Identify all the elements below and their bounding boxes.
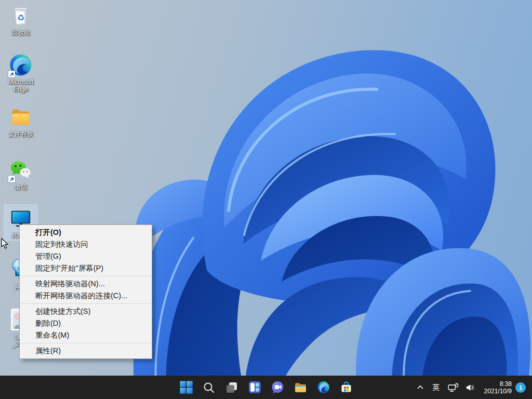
- mouse-cursor: [1, 238, 11, 249]
- taskbar-center-icons: [176, 376, 356, 399]
- chat-icon: [271, 381, 284, 394]
- menu-separator: [20, 303, 151, 304]
- menu-separator: [20, 343, 151, 343]
- windows-start-icon: [180, 381, 193, 394]
- system-tray: 英 8:38 2021/10: [415, 376, 526, 399]
- menu-item-rename[interactable]: 重命名(M): [20, 329, 152, 341]
- desktop-icon-edge[interactable]: Microsoft Edge: [4, 51, 37, 95]
- svg-text:♻: ♻: [17, 13, 25, 23]
- task-view-icon: [225, 381, 238, 394]
- shortcut-arrow-icon: [8, 71, 15, 77]
- menu-item-manage[interactable]: 管理(G): [20, 250, 152, 262]
- network-tray-button[interactable]: [446, 378, 460, 397]
- hidden-icons-button[interactable]: [415, 378, 425, 397]
- search-button[interactable]: [198, 377, 219, 398]
- file-explorer-button[interactable]: [290, 377, 311, 398]
- clock-date: 2021/10/9: [481, 388, 512, 395]
- desktop-icon-wechat[interactable]: 微信: [4, 156, 37, 192]
- chat-button[interactable]: [267, 377, 288, 398]
- desktop-icon-recycle-bin[interactable]: ♻ 回收站: [4, 2, 37, 38]
- volume-tray-button[interactable]: [464, 378, 477, 397]
- clock-time: 8:38: [481, 380, 512, 388]
- folder-icon: [8, 104, 33, 129]
- edge-button[interactable]: [313, 377, 334, 398]
- menu-item-map-network-drive[interactable]: 映射网络驱动器(N)...: [20, 278, 152, 290]
- shortcut-arrow-icon: [8, 176, 15, 182]
- ethernet-network-icon: [448, 383, 459, 392]
- menu-item-pin-quick-access[interactable]: 固定到快速访问: [20, 238, 152, 250]
- menu-separator: [20, 276, 151, 276]
- edge-icon: [8, 52, 33, 77]
- notification-badge[interactable]: 1: [515, 382, 526, 393]
- recycle-bin-icon: ♻: [8, 3, 33, 28]
- desktop-icon-label: Microsoft Edge: [4, 78, 37, 93]
- desktop-icon-label: 微信: [15, 183, 27, 191]
- menu-item-delete[interactable]: 删除(D): [20, 317, 152, 329]
- menu-item-disconnect-network-drive[interactable]: 断开网络驱动器的连接(C)...: [20, 290, 152, 302]
- store-icon: [340, 381, 353, 394]
- desktop-icon-label: 回收站: [11, 29, 30, 36]
- clock[interactable]: 8:38 2021/10/9: [481, 380, 512, 395]
- menu-item-pin-start[interactable]: 固定到"开始"屏幕(P): [20, 262, 152, 274]
- menu-item-open[interactable]: 打开(O): [20, 227, 152, 238]
- desktop-screen: ♻ 回收站 Microsoft Edge 文件存放: [0, 0, 532, 399]
- file-explorer-icon: [294, 381, 307, 394]
- task-view-button[interactable]: [221, 377, 242, 398]
- widgets-icon: [248, 381, 261, 394]
- chevron-up-icon: [417, 384, 424, 391]
- store-button[interactable]: [336, 377, 356, 398]
- context-menu: 打开(O) 固定到快速访问 管理(G) 固定到"开始"屏幕(P) 映射网络驱动器…: [19, 224, 152, 359]
- desktop-icon-file-folder[interactable]: 文件存放: [4, 103, 37, 139]
- start-button[interactable]: [176, 377, 196, 398]
- taskbar: 英 8:38 2021/10: [0, 376, 532, 399]
- edge-icon: [317, 381, 330, 394]
- widgets-button[interactable]: [244, 377, 265, 398]
- wechat-icon: [8, 157, 33, 182]
- speaker-volume-icon: [466, 383, 475, 392]
- desktop-icon-label: 文件存放: [8, 130, 33, 138]
- menu-item-create-shortcut[interactable]: 创建快捷方式(S): [20, 305, 152, 317]
- search-icon: [203, 381, 215, 394]
- ime-indicator[interactable]: 英: [429, 378, 443, 397]
- menu-item-properties[interactable]: 属性(R): [20, 345, 152, 357]
